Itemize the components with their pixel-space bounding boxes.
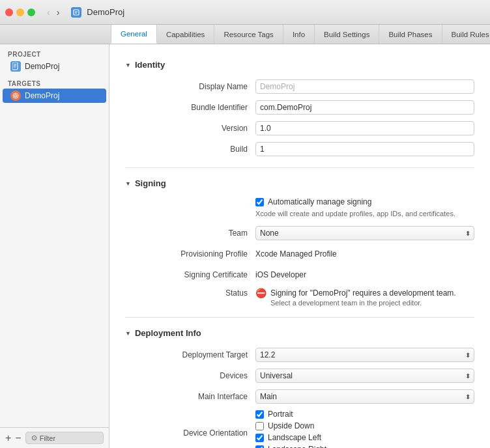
devices-select-wrap: Universal ⬍ <box>255 369 474 383</box>
main-interface-row: Main Interface Main ⬍ <box>125 389 474 404</box>
tab-general[interactable]: General <box>111 25 157 44</box>
bundle-id-label: Bundle Identifier <box>125 103 255 112</box>
sidebar-item-project[interactable]: DemoProj <box>0 59 109 74</box>
cert-value: iOS Developer <box>255 270 306 279</box>
orientation-upsidedown-row: Upside Down <box>255 421 326 430</box>
divider-1 <box>125 167 474 168</box>
sidebar-target-label: DemoProj <box>25 91 59 100</box>
auto-manage-label[interactable]: Automatically manage signing <box>268 197 371 206</box>
svg-rect-3 <box>12 63 18 70</box>
sidebar-footer: + − ⊙ Filter <box>0 427 109 448</box>
team-select[interactable]: None <box>255 226 474 240</box>
auto-signing-section: Automatically manage signing Xcode will … <box>255 197 474 219</box>
version-input[interactable] <box>255 121 474 135</box>
tab-capabilities[interactable]: Capabilities <box>157 25 214 44</box>
main-interface-label: Main Interface <box>125 392 255 401</box>
deploy-target-label: Deployment Target <box>125 350 255 359</box>
cert-label: Signing Certificate <box>125 270 255 279</box>
main-interface-select-wrap: Main ⬍ <box>255 389 474 404</box>
orientation-checkboxes: Portrait Upside Down Landscape Left Land… <box>255 410 326 448</box>
maximize-button[interactable] <box>27 8 35 16</box>
team-select-wrap: None ⬍ <box>255 226 474 240</box>
devices-select[interactable]: Universal <box>255 369 474 383</box>
status-content: ⛔ Signing for "DemoProj" requires a deve… <box>255 288 474 307</box>
auto-manage-checkbox[interactable] <box>255 198 264 206</box>
nav-back-button[interactable]: ‹ <box>44 6 53 19</box>
divider-2 <box>125 317 474 318</box>
tab-build-phases[interactable]: Build Phases <box>379 25 442 44</box>
status-messages: Signing for "DemoProj" requires a develo… <box>270 288 456 307</box>
tab-bar: General Capabilities Resource Tags Info … <box>0 25 490 44</box>
signing-section-header[interactable]: ▼ Signing <box>125 178 474 188</box>
prov-profile-row: Provisioning Profile Xcode Managed Profi… <box>125 246 474 262</box>
svg-point-9 <box>15 95 16 96</box>
tab-resource-tags[interactable]: Resource Tags <box>214 25 283 44</box>
prov-profile-label: Provisioning Profile <box>125 249 255 259</box>
target-icon <box>10 91 21 101</box>
main-layout: PROJECT DemoProj TARGETS DemoProj + − ⊙ … <box>0 44 490 448</box>
content-area: ▼ Identity Display Name Bundle Identifie… <box>109 44 490 448</box>
deploy-target-select-wrap: 12.2 ⬍ <box>255 348 474 362</box>
identity-section-title: Identity <box>135 60 165 70</box>
bundle-id-input[interactable] <box>255 100 474 115</box>
team-label: Team <box>125 229 255 238</box>
upside-down-checkbox[interactable] <box>255 422 264 430</box>
display-name-label: Display Name <box>125 82 255 91</box>
orientation-landscape-right-row: Landscape Right <box>255 445 326 448</box>
status-row: Status ⛔ Signing for "DemoProj" requires… <box>125 288 474 307</box>
tab-build-rules[interactable]: Build Rules <box>442 25 490 44</box>
upside-down-label[interactable]: Upside Down <box>268 421 314 430</box>
device-orientation-row: Device Orientation Portrait Upside Down … <box>125 410 474 448</box>
build-row: Build <box>125 141 474 157</box>
svg-rect-0 <box>74 10 79 15</box>
status-sub-message: Select a development team in the project… <box>270 299 456 307</box>
bundle-id-row: Bundle Identifier <box>125 100 474 115</box>
close-button[interactable] <box>5 8 13 16</box>
landscape-left-checkbox[interactable] <box>255 434 264 442</box>
title-bar: ‹ › DemoProj <box>0 0 490 25</box>
landscape-left-label[interactable]: Landscape Left <box>268 433 321 442</box>
tab-build-settings[interactable]: Build Settings <box>315 25 379 44</box>
deploy-target-select[interactable]: 12.2 <box>255 348 474 362</box>
filter-label: Filter <box>40 434 55 442</box>
status-error-icon: ⛔ <box>255 288 267 298</box>
orientation-landscape-left-row: Landscape Left <box>255 433 326 442</box>
deployment-section-header[interactable]: ▼ Deployment Info <box>125 328 474 338</box>
tab-info[interactable]: Info <box>283 25 315 44</box>
prov-profile-value: Xcode Managed Profile <box>255 249 337 259</box>
project-section-label: PROJECT <box>0 47 109 59</box>
targets-section-label: TARGETS <box>0 76 109 89</box>
sidebar-project-label: DemoProj <box>25 62 59 71</box>
landscape-right-checkbox[interactable] <box>255 445 264 448</box>
build-input[interactable] <box>255 142 474 156</box>
display-name-row: Display Name <box>125 79 474 94</box>
cert-row: Signing Certificate iOS Developer <box>125 267 474 283</box>
build-label: Build <box>125 145 255 154</box>
landscape-right-label[interactable]: Landscape Right <box>268 445 326 448</box>
identity-triangle-icon: ▼ <box>125 62 131 68</box>
main-interface-select[interactable]: Main <box>255 389 474 404</box>
sidebar: PROJECT DemoProj TARGETS DemoProj + − ⊙ … <box>0 44 109 448</box>
device-orientation-label: Device Orientation <box>125 428 255 438</box>
devices-row: Devices Universal ⬍ <box>125 368 474 384</box>
portrait-checkbox[interactable] <box>255 410 264 419</box>
display-name-input[interactable] <box>255 79 474 94</box>
deploy-target-row: Deployment Target 12.2 ⬍ <box>125 347 474 363</box>
identity-section-header[interactable]: ▼ Identity <box>125 60 474 70</box>
signing-section-title: Signing <box>135 178 166 188</box>
orientation-portrait-row: Portrait <box>255 410 326 419</box>
nav-forward-button[interactable]: › <box>54 6 63 19</box>
team-row: Team None ⬍ <box>125 225 474 241</box>
remove-button[interactable]: − <box>15 433 21 443</box>
add-button[interactable]: + <box>5 433 11 443</box>
signing-triangle-icon: ▼ <box>125 180 131 187</box>
filter-button[interactable]: ⊙ Filter <box>25 432 104 444</box>
portrait-label[interactable]: Portrait <box>268 410 293 419</box>
version-label: Version <box>125 124 255 133</box>
status-message: Signing for "DemoProj" requires a develo… <box>270 288 456 299</box>
window-title: DemoProj <box>87 7 124 17</box>
project-icon <box>71 7 81 18</box>
minimize-button[interactable] <box>16 8 24 16</box>
window-controls <box>5 8 35 16</box>
sidebar-item-target[interactable]: DemoProj <box>3 89 106 103</box>
